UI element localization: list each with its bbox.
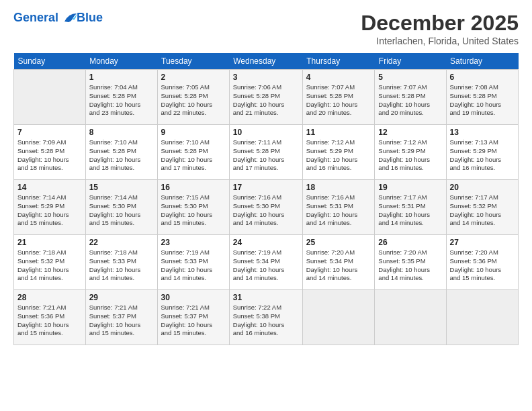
day-info: Sunrise: 7:10 AM Sunset: 5:28 PM Dayligh… (89, 138, 154, 173)
day-cell: 1Sunrise: 7:04 AM Sunset: 5:28 PM Daylig… (85, 70, 157, 125)
day-number: 17 (233, 183, 299, 192)
day-cell: 17Sunrise: 7:16 AM Sunset: 5:30 PM Dayli… (229, 180, 302, 235)
day-cell: 4Sunrise: 7:07 AM Sunset: 5:28 PM Daylig… (302, 70, 375, 125)
day-number: 11 (306, 128, 371, 137)
day-cell: 22Sunrise: 7:18 AM Sunset: 5:33 PM Dayli… (85, 235, 157, 290)
day-cell: 29Sunrise: 7:21 AM Sunset: 5:37 PM Dayli… (85, 290, 157, 345)
day-cell: 10Sunrise: 7:11 AM Sunset: 5:28 PM Dayli… (229, 125, 302, 180)
location: Interlachen, Florida, United States (361, 36, 519, 46)
day-info: Sunrise: 7:10 AM Sunset: 5:28 PM Dayligh… (161, 138, 226, 173)
day-info: Sunrise: 7:12 AM Sunset: 5:29 PM Dayligh… (306, 138, 371, 173)
day-number: 7 (17, 128, 82, 137)
day-cell: 25Sunrise: 7:20 AM Sunset: 5:34 PM Dayli… (302, 235, 375, 290)
day-info: Sunrise: 7:14 AM Sunset: 5:29 PM Dayligh… (17, 193, 82, 228)
day-info: Sunrise: 7:08 AM Sunset: 5:28 PM Dayligh… (450, 83, 515, 118)
day-number: 10 (233, 128, 299, 137)
day-number: 18 (306, 183, 371, 192)
day-info: Sunrise: 7:04 AM Sunset: 5:28 PM Dayligh… (89, 83, 154, 118)
day-cell: 28Sunrise: 7:21 AM Sunset: 5:36 PM Dayli… (14, 290, 86, 345)
day-number: 22 (89, 238, 154, 247)
day-cell: 30Sunrise: 7:21 AM Sunset: 5:37 PM Dayli… (157, 290, 229, 345)
logo-blue: Blue (77, 11, 103, 25)
day-header-sunday: Sunday (14, 53, 86, 70)
day-info: Sunrise: 7:20 AM Sunset: 5:35 PM Dayligh… (378, 248, 442, 283)
day-number: 27 (450, 238, 515, 247)
week-row-2: 14Sunrise: 7:14 AM Sunset: 5:29 PM Dayli… (14, 180, 519, 235)
day-number: 30 (161, 293, 226, 302)
day-cell: 9Sunrise: 7:10 AM Sunset: 5:28 PM Daylig… (157, 125, 229, 180)
day-cell: 18Sunrise: 7:16 AM Sunset: 5:31 PM Dayli… (302, 180, 375, 235)
day-number: 3 (233, 73, 299, 82)
day-info: Sunrise: 7:22 AM Sunset: 5:38 PM Dayligh… (233, 304, 299, 338)
day-info: Sunrise: 7:21 AM Sunset: 5:37 PM Dayligh… (89, 304, 154, 338)
calendar-body: 1Sunrise: 7:04 AM Sunset: 5:28 PM Daylig… (14, 70, 519, 345)
day-info: Sunrise: 7:20 AM Sunset: 5:36 PM Dayligh… (450, 248, 515, 283)
calendar-header: General Blue December 2025 Interlachen, … (13, 11, 519, 46)
day-cell: 16Sunrise: 7:15 AM Sunset: 5:30 PM Dayli… (157, 180, 229, 235)
logo-general: General (13, 11, 58, 24)
week-row-4: 28Sunrise: 7:21 AM Sunset: 5:36 PM Dayli… (14, 290, 519, 345)
day-number: 26 (378, 238, 442, 247)
day-info: Sunrise: 7:14 AM Sunset: 5:30 PM Dayligh… (89, 193, 154, 228)
day-number: 24 (233, 238, 299, 247)
day-number: 9 (161, 128, 226, 137)
day-info: Sunrise: 7:17 AM Sunset: 5:32 PM Dayligh… (450, 193, 515, 228)
day-header-saturday: Saturday (446, 53, 518, 70)
day-cell (375, 290, 446, 345)
logo-bird-icon (63, 12, 78, 24)
day-info: Sunrise: 7:18 AM Sunset: 5:32 PM Dayligh… (17, 248, 82, 283)
day-info: Sunrise: 7:13 AM Sunset: 5:29 PM Dayligh… (450, 138, 515, 173)
day-number: 29 (89, 293, 154, 302)
day-cell: 14Sunrise: 7:14 AM Sunset: 5:29 PM Dayli… (14, 180, 86, 235)
month-title: December 2025 (361, 11, 519, 36)
day-info: Sunrise: 7:19 AM Sunset: 5:33 PM Dayligh… (161, 248, 226, 283)
day-number: 15 (89, 183, 154, 192)
day-info: Sunrise: 7:18 AM Sunset: 5:33 PM Dayligh… (89, 248, 154, 283)
day-cell: 8Sunrise: 7:10 AM Sunset: 5:28 PM Daylig… (85, 125, 157, 180)
day-cell (446, 290, 518, 345)
calendar-container: General Blue December 2025 Interlachen, … (0, 0, 532, 411)
day-number: 4 (306, 73, 371, 82)
week-row-0: 1Sunrise: 7:04 AM Sunset: 5:28 PM Daylig… (14, 70, 519, 125)
day-number: 16 (161, 183, 226, 192)
day-number: 1 (89, 73, 154, 82)
day-header-friday: Friday (375, 53, 446, 70)
day-cell (14, 70, 86, 125)
day-info: Sunrise: 7:21 AM Sunset: 5:37 PM Dayligh… (161, 304, 226, 338)
day-cell: 31Sunrise: 7:22 AM Sunset: 5:38 PM Dayli… (229, 290, 302, 345)
day-cell: 19Sunrise: 7:17 AM Sunset: 5:31 PM Dayli… (375, 180, 446, 235)
day-cell: 15Sunrise: 7:14 AM Sunset: 5:30 PM Dayli… (85, 180, 157, 235)
week-row-1: 7Sunrise: 7:09 AM Sunset: 5:28 PM Daylig… (14, 125, 519, 180)
day-info: Sunrise: 7:06 AM Sunset: 5:28 PM Dayligh… (233, 83, 299, 118)
calendar-table: SundayMondayTuesdayWednesdayThursdayFrid… (13, 53, 519, 345)
day-cell: 6Sunrise: 7:08 AM Sunset: 5:28 PM Daylig… (446, 70, 518, 125)
day-cell: 21Sunrise: 7:18 AM Sunset: 5:32 PM Dayli… (14, 235, 86, 290)
day-cell: 7Sunrise: 7:09 AM Sunset: 5:28 PM Daylig… (14, 125, 86, 180)
day-number: 5 (378, 73, 442, 82)
day-cell: 23Sunrise: 7:19 AM Sunset: 5:33 PM Dayli… (157, 235, 229, 290)
day-info: Sunrise: 7:16 AM Sunset: 5:30 PM Dayligh… (233, 193, 299, 228)
day-info: Sunrise: 7:19 AM Sunset: 5:34 PM Dayligh… (233, 248, 299, 283)
calendar-header-row: SundayMondayTuesdayWednesdayThursdayFrid… (14, 53, 519, 70)
day-number: 8 (89, 128, 154, 137)
day-number: 2 (161, 73, 226, 82)
day-info: Sunrise: 7:09 AM Sunset: 5:28 PM Dayligh… (17, 138, 82, 173)
day-header-thursday: Thursday (302, 53, 375, 70)
day-cell (302, 290, 375, 345)
day-header-wednesday: Wednesday (229, 53, 302, 70)
day-number: 19 (378, 183, 442, 192)
day-cell: 24Sunrise: 7:19 AM Sunset: 5:34 PM Dayli… (229, 235, 302, 290)
day-header-monday: Monday (85, 53, 157, 70)
day-cell: 2Sunrise: 7:05 AM Sunset: 5:28 PM Daylig… (157, 70, 229, 125)
week-row-3: 21Sunrise: 7:18 AM Sunset: 5:32 PM Dayli… (14, 235, 519, 290)
day-number: 20 (450, 183, 515, 192)
day-info: Sunrise: 7:16 AM Sunset: 5:31 PM Dayligh… (306, 193, 371, 228)
title-section: December 2025 Interlachen, Florida, Unit… (361, 11, 519, 46)
day-number: 25 (306, 238, 371, 247)
day-info: Sunrise: 7:11 AM Sunset: 5:28 PM Dayligh… (233, 138, 299, 173)
day-cell: 26Sunrise: 7:20 AM Sunset: 5:35 PM Dayli… (375, 235, 446, 290)
logo: General Blue (13, 11, 103, 25)
day-cell: 3Sunrise: 7:06 AM Sunset: 5:28 PM Daylig… (229, 70, 302, 125)
day-info: Sunrise: 7:05 AM Sunset: 5:28 PM Dayligh… (161, 83, 226, 118)
day-cell: 27Sunrise: 7:20 AM Sunset: 5:36 PM Dayli… (446, 235, 518, 290)
